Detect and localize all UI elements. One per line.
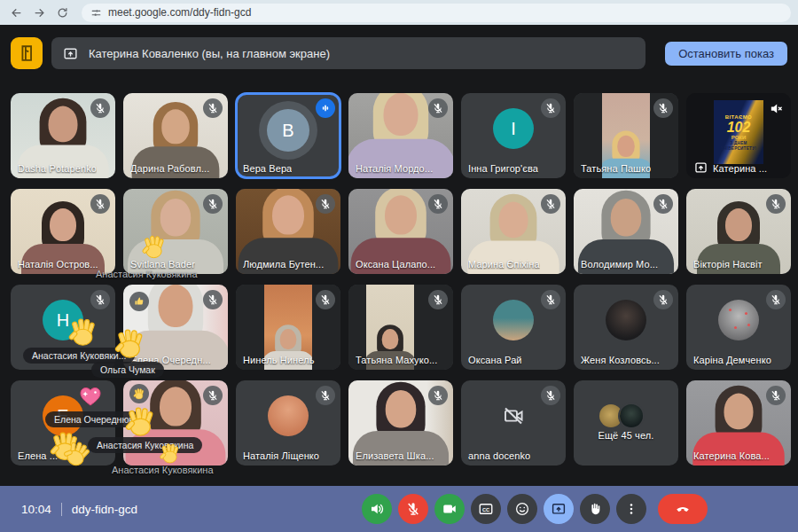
participant-tile[interactable]: Татьяна Махуко... — [348, 285, 453, 370]
mic-muted-icon — [316, 194, 335, 214]
participant-tile[interactable]: Марина Єпіхіна — [461, 189, 566, 274]
camera-button[interactable] — [434, 494, 465, 524]
stop-presenting-button[interactable]: Остановить показ — [665, 42, 787, 66]
participant-name-label: Нинель Нинель — [243, 355, 315, 365]
captions-button[interactable]: CC — [471, 494, 501, 524]
reload-icon[interactable] — [53, 4, 71, 21]
slide-text: З ДНЕМ — [730, 141, 747, 145]
call-controls: CC — [362, 494, 708, 524]
participant-name-label: Наталія Остров... — [18, 259, 98, 270]
browser-toolbar: meet.google.com/ddy-fidn-gcd — [0, 0, 798, 25]
mic-muted-icon — [90, 194, 110, 214]
participant-tile[interactable]: Елизавета Шка... — [348, 380, 453, 466]
bottom-control-bar: 10:04 ddy-fidn-gcd CC — [0, 486, 798, 532]
participant-name-label: Вікторія Насвіт — [693, 259, 763, 270]
participant-tile[interactable]: Вікторія Насвіт — [686, 189, 791, 274]
raise-hand-button[interactable] — [580, 494, 610, 524]
participant-name-label: Елена Очередн... — [130, 355, 211, 365]
avatar: Е — [43, 395, 83, 436]
participant-tile[interactable]: Дарина Рабовл... — [123, 93, 228, 178]
participant-tile[interactable]: Нинель Нинель — [236, 285, 340, 370]
participant-tile[interactable]: Ещё 45 чел. — [574, 380, 678, 466]
participant-tile[interactable]: Dasha Potapenko — [11, 93, 115, 178]
shared-presentation-slide: ВІТАЄМО102РОКИЗ ДНЕМУНІВЕРСИТЕТУ! — [714, 100, 763, 164]
participant-name-label: Svitlana Bader — [130, 259, 195, 270]
participant-tile[interactable]: Н — [11, 285, 115, 370]
mic-muted-icon — [653, 194, 673, 214]
participant-tile[interactable]: Каріна Демченко — [686, 285, 791, 370]
avatar: В — [267, 109, 309, 152]
participant-name-label: Інна Григор'єва — [468, 163, 538, 174]
shoulders — [126, 429, 226, 466]
participant-name-label: Володимир Мо... — [581, 259, 658, 270]
more-options-button[interactable] — [616, 494, 646, 524]
meeting-info: 10:04 ddy-fidn-gcd — [21, 503, 137, 516]
participant-tile[interactable]: Оксана Рай — [461, 285, 566, 370]
participant-tile[interactable]: ЕЕлена ... — [11, 380, 115, 466]
mic-muted-icon — [428, 98, 448, 118]
participant-tile[interactable]: Володимир Мо... — [574, 189, 678, 274]
door-logo-icon — [11, 37, 43, 69]
participant-name-label: Наталія Мордо... — [356, 163, 433, 174]
microphone-muted-button[interactable] — [398, 494, 428, 524]
reactions-button[interactable] — [507, 494, 537, 524]
mic-muted-icon — [428, 194, 448, 214]
participant-name-label: Татьяна Махуко... — [356, 355, 437, 365]
forward-icon[interactable] — [30, 4, 48, 21]
participant-tile[interactable]: Татьяна Пашко — [574, 93, 678, 178]
face-tracking-dot — [729, 309, 732, 311]
speaker-button[interactable] — [362, 494, 392, 524]
presenting-status-pill: Катерина Коваленко (вы, на главном экран… — [51, 37, 645, 69]
avatar-ring: В — [259, 101, 317, 160]
camera-off-icon — [502, 404, 526, 432]
avatar-photo — [606, 300, 646, 340]
audio-speaking-icon — [316, 98, 335, 118]
participants-grid: Dasha PotapenkoДарина Рабовл...ВВера Вер… — [11, 93, 791, 466]
participant-name-label: Дарина Рабовл... — [130, 163, 209, 174]
participant-name-label: Катерина Кова... — [693, 450, 770, 461]
participant-name-label: Катерина ... — [713, 163, 767, 174]
url-bar[interactable]: meet.google.com/ddy-fidn-gcd — [82, 4, 791, 22]
face — [386, 390, 417, 428]
face — [385, 195, 417, 234]
participant-tile[interactable]: ВІТАЄМО102РОКИЗ ДНЕМУНІВЕРСИТЕТУ!Катерин… — [686, 93, 791, 178]
participant-tile[interactable]: Людмила Бутен... — [236, 189, 340, 274]
site-settings-icon[interactable] — [90, 7, 102, 19]
participant-name-label: Dasha Potapenko — [18, 163, 97, 174]
face — [272, 195, 304, 234]
participant-tile[interactable]: Наталія Мордо... — [348, 93, 453, 178]
mic-muted-icon — [428, 290, 448, 309]
participant-tile[interactable]: Женя Козловсь... — [574, 285, 678, 370]
mic-muted-icon — [541, 98, 560, 118]
face — [160, 199, 192, 237]
face-tracking-dot — [747, 324, 750, 326]
mic-muted-icon — [653, 290, 673, 309]
participant-tile[interactable]: Svitlana Bader — [123, 189, 228, 274]
participant-tile[interactable]: Наталія Остров... — [11, 189, 115, 274]
participant-tile[interactable]: ІІнна Григор'єва — [461, 93, 566, 178]
face — [724, 394, 754, 430]
participant-tile[interactable]: ВВера Вера — [236, 93, 340, 178]
slide-text: РОКИ — [732, 135, 747, 140]
face — [161, 109, 190, 144]
overflow-avatar — [620, 404, 643, 427]
participant-tile[interactable]: Елена Очередн... — [123, 285, 228, 370]
participant-name-label: Марина Єпіхіна — [468, 259, 540, 270]
face — [382, 329, 399, 349]
end-call-button[interactable] — [658, 494, 708, 524]
participant-tile[interactable]: Оксана Цалапо... — [348, 189, 453, 274]
mic-muted-icon — [203, 386, 223, 405]
participant-tile[interactable] — [123, 380, 228, 466]
participant-tile[interactable]: Катерина Кова... — [686, 380, 791, 466]
presenting-banner: Катерина Коваленко (вы, на главном экран… — [11, 37, 787, 69]
divider — [61, 503, 62, 516]
present-button[interactable] — [544, 494, 574, 524]
participant-name-label: Оксана Рай — [468, 355, 522, 365]
mic-muted-icon — [541, 290, 560, 309]
back-icon[interactable] — [7, 4, 25, 21]
participant-name-label: Людмила Бутен... — [243, 259, 324, 270]
face — [159, 285, 193, 327]
participant-name-label: Елена ... — [18, 450, 58, 461]
participant-tile[interactable]: Наталія Ліщенко — [236, 380, 340, 466]
participant-tile[interactable]: anna docenko — [461, 380, 566, 466]
